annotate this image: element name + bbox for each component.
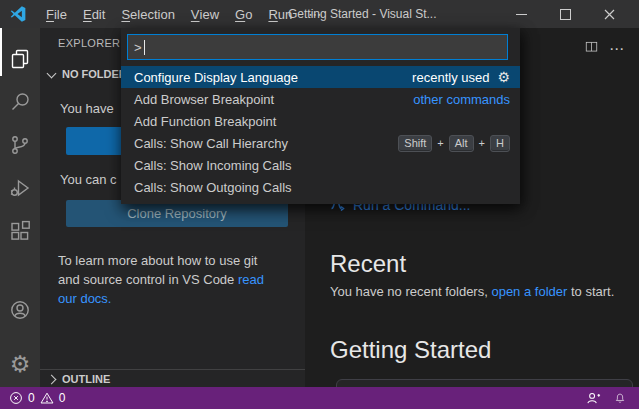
close-icon: [604, 9, 615, 20]
activity-extensions[interactable]: [8, 219, 32, 243]
key-alt: Alt: [449, 135, 474, 152]
section-outline-label: OUTLINE: [62, 373, 110, 385]
status-right: [586, 391, 639, 406]
error-count: 0: [28, 391, 35, 405]
section-no-folder-label: NO FOLDER: [62, 68, 127, 80]
maximize-button[interactable]: [543, 0, 587, 28]
chevron-down-icon: [47, 68, 57, 78]
chevron-right-icon: [47, 374, 57, 384]
activity-bar: ⚙: [0, 28, 40, 387]
minimize-icon: [516, 14, 527, 15]
command-palette-input[interactable]: >: [127, 34, 508, 60]
command-item-show-call-hierarchy[interactable]: Calls: Show Call Hierarchy Shift + Alt +…: [121, 132, 520, 154]
command-list: Configure Display Language recently used…: [121, 66, 520, 198]
window-title: Getting Started - Visual St...: [288, 0, 437, 28]
split-editor-icon: [584, 40, 599, 54]
section-outline[interactable]: OUTLINE: [40, 369, 305, 388]
account-icon: [8, 298, 32, 322]
problems-status[interactable]: 0 0: [0, 391, 65, 405]
activity-run-debug[interactable]: [8, 176, 32, 200]
command-palette: > Configure Display Language recently us…: [121, 28, 520, 204]
search-icon: [8, 90, 32, 114]
vscode-window: File Edit Selection View Go Run ⋯ Gettin…: [0, 0, 639, 409]
menu-selection[interactable]: Selection: [113, 0, 182, 28]
sidebar-title: EXPLORER: [58, 37, 120, 49]
editor-toolbar: ⋯: [584, 40, 625, 58]
key-h: H: [490, 135, 510, 152]
warning-count: 0: [59, 391, 66, 405]
git-learn-more-text: To learn more about how to use git and s…: [58, 251, 270, 308]
warning-icon: [40, 391, 54, 405]
command-item-add-function-breakpoint[interactable]: Add Function Breakpoint: [121, 110, 520, 132]
configure-gear-icon[interactable]: ⚙: [497, 70, 510, 84]
title-bar: File Edit Selection View Go Run ⋯ Gettin…: [0, 0, 639, 28]
activity-source-control[interactable]: [8, 133, 32, 157]
status-bar: 0 0: [0, 387, 639, 409]
menu-file[interactable]: File: [38, 0, 75, 28]
menu-edit[interactable]: Edit: [75, 0, 113, 28]
command-item-configure-display-language[interactable]: Configure Display Language recently used…: [121, 66, 520, 88]
files-icon: [8, 47, 32, 71]
keybinding: Shift + Alt + H: [398, 135, 510, 152]
open-folder-hint: You have: [60, 101, 114, 116]
feedback-icon[interactable]: [586, 391, 601, 406]
key-shift: Shift: [398, 135, 432, 152]
bell-icon[interactable]: [613, 391, 627, 406]
run-debug-icon: [8, 176, 32, 200]
open-a-folder-link[interactable]: open a folder: [491, 284, 567, 299]
command-item-add-browser-breakpoint[interactable]: Add Browser Breakpoint other commands: [121, 88, 520, 110]
window-controls: [499, 0, 631, 28]
clone-repository-button[interactable]: Clone Repository: [66, 200, 288, 227]
menu-view[interactable]: View: [183, 0, 227, 28]
section-no-folder[interactable]: NO FOLDER: [46, 68, 127, 80]
recent-heading: Recent: [330, 250, 406, 278]
recent-empty-text: You have no recent folders, open a folde…: [330, 284, 614, 299]
maximize-icon: [560, 9, 571, 20]
minimize-button[interactable]: [499, 0, 543, 28]
source-control-icon: [8, 133, 32, 157]
text-cursor: [144, 40, 145, 55]
command-item-show-outgoing-calls[interactable]: Calls: Show Outgoing Calls: [121, 176, 520, 198]
clone-hint: You can c: [60, 172, 117, 187]
vscode-logo-icon: [10, 6, 26, 22]
getting-started-heading: Getting Started: [330, 336, 491, 364]
menu-go[interactable]: Go: [227, 0, 260, 28]
error-icon: [9, 391, 23, 405]
active-view-indicator: [0, 28, 2, 76]
split-editor-button[interactable]: [584, 40, 599, 58]
menu-bar: File Edit Selection View Go Run ⋯: [38, 0, 329, 28]
activity-search[interactable]: [8, 90, 32, 114]
activity-explorer[interactable]: [8, 47, 32, 71]
extensions-icon: [8, 219, 32, 243]
activity-settings[interactable]: ⚙: [8, 352, 32, 376]
command-prefix: >: [134, 40, 142, 55]
command-item-show-incoming-calls[interactable]: Calls: Show Incoming Calls: [121, 154, 520, 176]
more-actions-button[interactable]: ⋯: [609, 42, 625, 56]
recently-used-label: recently used: [412, 70, 489, 85]
other-commands-label: other commands: [413, 92, 510, 107]
activity-accounts[interactable]: [8, 298, 32, 322]
gear-icon: ⚙: [8, 352, 32, 376]
close-button[interactable]: [587, 0, 631, 28]
